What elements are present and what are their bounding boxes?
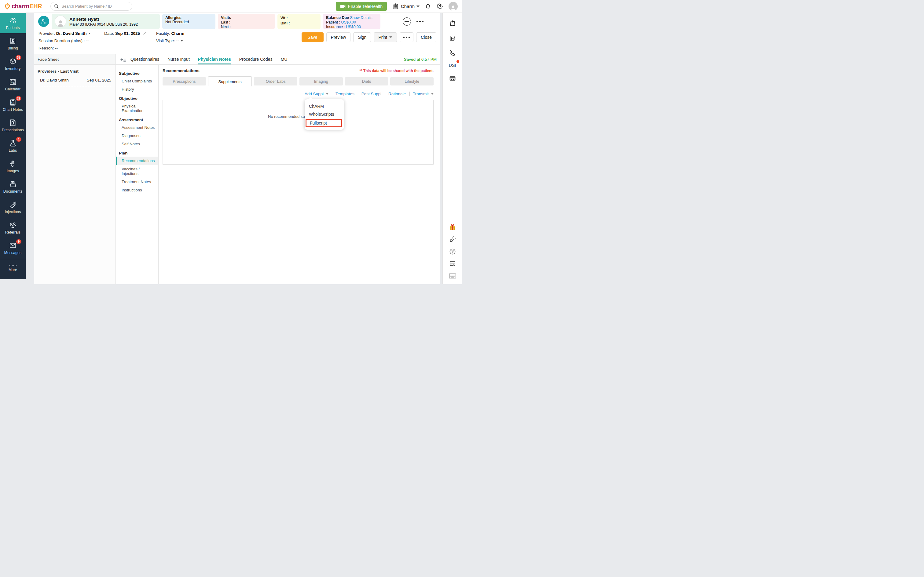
enable-telehealth-button[interactable]: Enable TeleHealth — [336, 2, 387, 11]
sign-button[interactable]: Sign — [353, 32, 371, 42]
sidebar-item-images[interactable]: Images — [0, 156, 26, 176]
sidebar-item-inventory[interactable]: 35 Inventory — [0, 54, 26, 74]
settings-gear-icon[interactable] — [437, 3, 443, 10]
right-icon-rail: DSI — [443, 13, 462, 284]
integrations-plug-icon[interactable] — [449, 235, 457, 243]
nav-item-history[interactable]: History — [116, 85, 158, 93]
past-suppl-link[interactable]: Past Suppl — [358, 92, 385, 96]
templates-link[interactable]: Templates — [332, 92, 358, 96]
patient-search[interactable] — [50, 2, 132, 11]
provider-visit-date: Sep 01, 2025 — [87, 78, 111, 82]
add-suppl-dropdown: ChARM WholeScripts Fullscript — [305, 99, 344, 130]
date-field[interactable]: Date: Sep 01, 2025 — [104, 31, 156, 38]
subtab-lifestyle[interactable]: Lifestyle — [390, 77, 434, 85]
patient-contact-icon[interactable] — [38, 16, 49, 27]
dropdown-item-fullscript[interactable]: Fullscript — [307, 120, 341, 126]
patient-bar: Annette Hyatt Male/ 33 ID:PAT0014 DOB:Ju… — [34, 13, 440, 30]
facility-switcher[interactable]: Charm — [393, 3, 420, 10]
section-assessment: Assessment — [119, 118, 158, 122]
logo-text-charm: charm — [11, 3, 29, 10]
chevron-down-icon — [417, 5, 420, 7]
sidebar-item-documents[interactable]: Documents — [0, 176, 26, 197]
subtab-order-labs[interactable]: Order Labs — [254, 77, 297, 85]
nav-item-recommendations[interactable]: Recommendations — [116, 156, 158, 165]
nav-item-assessment-notes[interactable]: Assessment Notes — [116, 123, 158, 132]
tasks-checklist-icon[interactable] — [449, 34, 457, 42]
layout-panels-icon[interactable] — [449, 260, 457, 268]
user-avatar[interactable] — [449, 2, 458, 11]
print-button[interactable]: Print — [374, 32, 397, 42]
sticky-note-icon[interactable] — [449, 19, 457, 27]
visits-card[interactable]: Visits Last : Next : — [218, 14, 275, 29]
rationale-link[interactable]: Rationale — [385, 92, 409, 96]
sidebar-item-more[interactable]: More — [0, 259, 26, 277]
help-icon[interactable] — [449, 248, 457, 256]
tab-procedure-codes[interactable]: Procedure Codes — [239, 54, 273, 64]
provider-visit-row[interactable]: Dr. David Smith Sep 01, 2025 — [40, 78, 111, 87]
balance-card[interactable]: Balance Due Show Details Patient : US$0.… — [323, 14, 380, 29]
patient-summary-card[interactable]: Annette Hyatt Male/ 33 ID:PAT0014 DOB:Ju… — [52, 14, 160, 29]
patient-share-note: ** This data will be shared with the pat… — [359, 69, 434, 73]
dsi-label[interactable]: DSI — [449, 63, 456, 68]
face-sheet-panel: Providers - Last Visit Dr. David Smith S… — [34, 65, 116, 284]
notifications-bell-icon[interactable] — [425, 3, 431, 10]
sidebar-item-prescriptions[interactable]: Prescriptions — [0, 115, 26, 135]
quick-add-button[interactable] — [403, 18, 411, 26]
tab-questionnaires[interactable]: Questionnaires — [131, 54, 159, 64]
transmit-link[interactable]: Transmit — [409, 92, 434, 96]
chart-notes-icon: CC 32 — [9, 98, 17, 106]
sidebar-item-chart-notes[interactable]: CC 32 Chart Notes — [0, 95, 26, 115]
visits-last: Last : — [221, 20, 272, 25]
sidebar-item-referrals[interactable]: Referrals — [0, 218, 26, 238]
allergies-card[interactable]: Allergies Not Recorded — [162, 14, 215, 29]
subtab-diets[interactable]: Diets — [345, 77, 388, 85]
svg-text:CC: CC — [11, 101, 15, 103]
chevron-down-icon — [181, 40, 183, 42]
nav-item-chief-complaints[interactable]: Chief Complaints — [116, 77, 158, 85]
tab-nurse-input[interactable]: Nurse Input — [168, 54, 189, 64]
dropdown-item-wholescripts[interactable]: WholeScripts — [305, 110, 344, 118]
sidebar-item-billing[interactable]: Billing — [0, 33, 26, 54]
tab-physician-notes[interactable]: Physician Notes — [198, 54, 231, 64]
nav-item-vaccines-injections[interactable]: Vaccines / Injections — [116, 165, 158, 178]
patient-more-actions-button[interactable] — [417, 21, 423, 22]
labs-icon: 1 — [9, 139, 17, 147]
sidebar-item-messages[interactable]: 9 Messages — [0, 238, 26, 258]
rewards-gift-icon[interactable] — [449, 223, 457, 231]
session-duration-field: Session Duration (mins) : -- — [39, 39, 156, 45]
preview-button[interactable]: Preview — [326, 32, 351, 42]
collapse-panel-icon[interactable] — [120, 54, 126, 64]
add-suppl-link[interactable]: Add Suppl — [301, 92, 332, 96]
dropdown-item-charm[interactable]: ChARM — [305, 102, 344, 110]
nav-item-treatment-notes[interactable]: Treatment Notes — [116, 178, 158, 186]
prescriptions-icon — [9, 119, 17, 127]
sidebar-item-injections[interactable]: Injections — [0, 197, 26, 218]
save-button[interactable]: Save — [302, 32, 323, 42]
search-input[interactable] — [61, 4, 129, 8]
search-icon — [54, 4, 59, 9]
balance-patient-value: US$0.00 — [341, 20, 356, 24]
credit-card-icon[interactable] — [449, 74, 457, 82]
subtab-imaging[interactable]: Imaging — [299, 77, 343, 85]
chart-notes-badge: 32 — [16, 96, 21, 101]
vitals-card[interactable]: Wt : BMI : — [278, 14, 320, 29]
tab-mu[interactable]: MU — [281, 54, 288, 64]
nav-item-instructions[interactable]: Instructions — [116, 186, 158, 194]
show-details-link[interactable]: Show Details — [350, 16, 373, 20]
subtab-supplements[interactable]: Supplements — [208, 76, 252, 86]
more-actions-button[interactable] — [400, 32, 414, 42]
nav-item-diagnoses[interactable]: Diagnoses — [116, 132, 158, 140]
phone-icon[interactable] — [449, 49, 457, 57]
edit-date-pencil-icon[interactable] — [143, 31, 147, 35]
keyboard-shortcuts-icon[interactable] — [449, 272, 457, 280]
nav-item-physical-examination[interactable]: Physical Examination — [116, 102, 158, 115]
sidebar-item-labs[interactable]: 1 Labs — [0, 135, 26, 156]
provider-field[interactable]: Provider: Dr. David Smith — [39, 31, 104, 38]
sidebar-item-calendar[interactable]: 12 Calendar — [0, 74, 26, 95]
nav-item-self-notes[interactable]: Self Notes — [116, 140, 158, 148]
close-button[interactable]: Close — [416, 32, 436, 42]
soap-navigation: Subjective Chief Complaints History Obje… — [116, 65, 158, 284]
left-sidebar: Patients Billing 35 Inventory 12 Calenda… — [0, 13, 26, 279]
subtab-prescriptions[interactable]: Prescriptions — [163, 77, 206, 85]
sidebar-item-patients[interactable]: Patients — [0, 13, 26, 33]
